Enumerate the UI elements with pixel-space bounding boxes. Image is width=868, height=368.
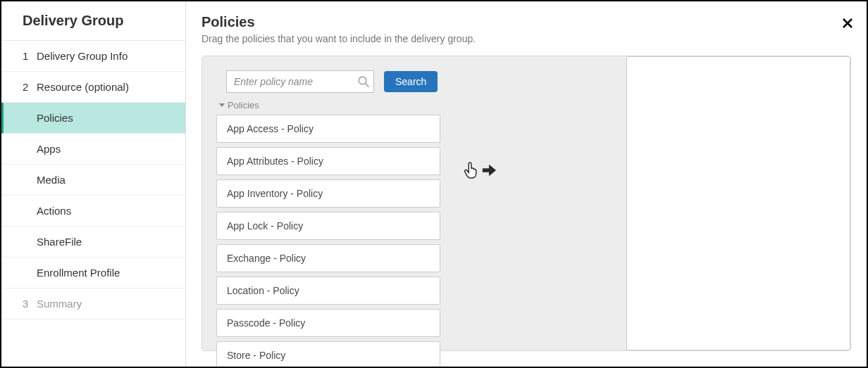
policy-item[interactable]: Location - Policy — [216, 277, 440, 305]
nav-sub-enrollment-profile[interactable]: Enrollment Profile — [1, 258, 185, 288]
search-input[interactable] — [226, 70, 374, 93]
nav-sub-actions[interactable]: Actions — [1, 196, 185, 227]
nav-sub-apps[interactable]: Apps — [1, 134, 185, 165]
arrow-right-icon — [481, 163, 497, 178]
policy-item[interactable]: App Access - Policy — [216, 115, 440, 143]
sidebar: Delivery Group 1 Delivery Group Info 2 R… — [1, 1, 186, 367]
nav-step-label: Summary — [37, 298, 185, 310]
policy-item[interactable]: Store - Policy — [216, 341, 440, 368]
nav-sub-label: Apps — [37, 143, 61, 155]
policy-item[interactable]: Exchange - Policy — [216, 244, 440, 272]
policy-list: App Access - Policy App Attributes - Pol… — [216, 115, 562, 368]
policy-item[interactable]: Passcode - Policy — [216, 309, 440, 337]
search-button[interactable]: Search — [384, 71, 438, 92]
page-subtitle: Drag the policies that you want to inclu… — [202, 33, 851, 44]
nav-sub-label: Policies — [37, 112, 73, 124]
search-row: Search — [226, 70, 562, 93]
svg-point-0 — [359, 77, 366, 84]
policies-group-label: Policies — [228, 100, 259, 110]
nav-sub-label: Actions — [37, 205, 71, 217]
hand-pointer-icon — [463, 160, 478, 180]
svg-line-1 — [365, 83, 368, 87]
nav-step-number: 3 — [23, 298, 37, 310]
search-icon — [357, 75, 370, 88]
close-icon — [843, 18, 852, 28]
nav-sub-label: Enrollment Profile — [37, 267, 120, 279]
policy-item[interactable]: App Inventory - Policy — [216, 179, 440, 208]
dialog-container: Delivery Group 1 Delivery Group Info 2 R… — [0, 0, 868, 368]
nav-sub-sharefile[interactable]: ShareFile — [1, 227, 185, 258]
nav-sub-policies[interactable]: Policies — [1, 103, 185, 134]
selected-policies-drop-target[interactable] — [626, 56, 850, 350]
policies-group-header[interactable]: Policies — [219, 100, 562, 110]
caret-down-icon — [219, 103, 225, 107]
main-content: Policies Drag the policies that you want… — [186, 1, 867, 367]
nav-sub-label: Media — [37, 174, 66, 186]
nav-step-1[interactable]: 1 Delivery Group Info — [1, 41, 185, 72]
nav-step-label: Delivery Group Info — [37, 50, 185, 62]
search-input-wrap — [226, 70, 374, 93]
policies-panel: Search Policies App Access - Policy App … — [202, 56, 851, 351]
nav-step-3[interactable]: 3 Summary — [1, 288, 185, 319]
nav-step-label: Resource (optional) — [37, 81, 185, 93]
nav-step-number: 1 — [23, 50, 37, 62]
policy-item[interactable]: App Attributes - Policy — [216, 147, 440, 175]
policy-item[interactable]: App Lock - Policy — [216, 212, 440, 240]
drag-hint-indicator — [463, 160, 497, 180]
sidebar-title: Delivery Group — [1, 1, 185, 41]
nav-sub-label: ShareFile — [37, 236, 82, 248]
close-button[interactable] — [843, 15, 852, 31]
nav-step-number: 2 — [23, 81, 37, 93]
page-title: Policies — [202, 14, 851, 30]
nav-step-2[interactable]: 2 Resource (optional) — [1, 72, 185, 103]
nav-sub-media[interactable]: Media — [1, 165, 185, 196]
available-policies-column: Search Policies App Access - Policy App … — [216, 70, 562, 336]
